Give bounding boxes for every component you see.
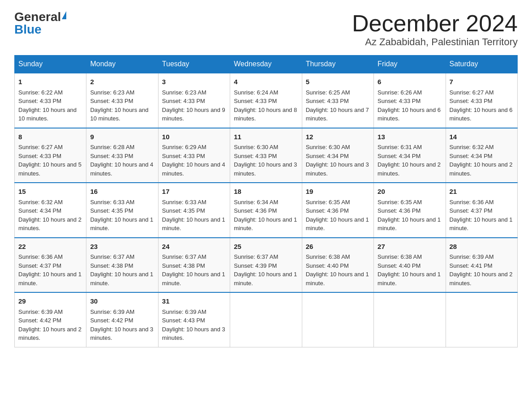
sunset-text: Sunset: 4:36 PM [234,207,277,214]
table-row: 23Sunrise: 6:37 AMSunset: 4:38 PMDayligh… [86,238,158,293]
sunrise-text: Sunrise: 6:27 AM [450,89,494,96]
logo-general: General [14,11,61,23]
day-number: 8 [18,132,82,142]
sunrise-text: Sunrise: 6:36 AM [450,199,494,206]
day-number: 25 [234,242,298,252]
sunset-text: Sunset: 4:40 PM [306,262,349,269]
table-row: 27Sunrise: 6:38 AMSunset: 4:40 PMDayligh… [374,238,446,293]
day-number: 27 [378,242,442,252]
sunset-text: Sunset: 4:33 PM [90,153,133,159]
sunset-text: Sunset: 4:38 PM [90,262,133,269]
sunset-text: Sunset: 4:33 PM [450,98,493,104]
daylight-text: Daylight: 10 hours and 3 minutes. [306,161,369,177]
calendar-week-3: 15Sunrise: 6:32 AMSunset: 4:34 PMDayligh… [15,183,518,238]
daylight-text: Daylight: 10 hours and 1 minute. [18,271,82,287]
sunrise-text: Sunrise: 6:31 AM [378,144,422,150]
sunset-text: Sunset: 4:42 PM [18,317,61,324]
table-row: 7Sunrise: 6:27 AMSunset: 4:33 PMDaylight… [446,73,517,128]
sunrise-text: Sunrise: 6:23 AM [90,89,134,96]
sunrise-text: Sunrise: 6:25 AM [306,89,350,96]
daylight-text: Daylight: 10 hours and 10 minutes. [18,107,77,122]
daylight-text: Daylight: 10 hours and 9 minutes. [162,107,225,122]
sunset-text: Sunset: 4:42 PM [90,317,133,324]
sunset-text: Sunset: 4:33 PM [18,98,61,104]
calendar-header-row: Sunday Monday Tuesday Wednesday Thursday… [15,56,518,73]
col-friday: Friday [374,56,446,73]
table-row [230,292,302,347]
calendar-week-4: 22Sunrise: 6:36 AMSunset: 4:37 PMDayligh… [15,238,518,293]
sunset-text: Sunset: 4:33 PM [162,98,205,104]
day-number: 5 [306,77,370,87]
table-row: 31Sunrise: 6:39 AMSunset: 4:43 PMDayligh… [158,292,230,347]
table-row: 1Sunrise: 6:22 AMSunset: 4:33 PMDaylight… [15,73,86,128]
daylight-text: Daylight: 10 hours and 1 minute. [378,216,441,232]
table-row: 3Sunrise: 6:23 AMSunset: 4:33 PMDaylight… [158,73,230,128]
sunset-text: Sunset: 4:43 PM [162,317,205,324]
day-number: 18 [234,187,298,197]
sunrise-text: Sunrise: 6:29 AM [162,144,206,150]
sunrise-text: Sunrise: 6:33 AM [162,199,206,206]
month-year-title: December 2024 [352,11,518,36]
logo: General Blue [14,11,66,36]
sunset-text: Sunset: 4:33 PM [378,98,420,104]
daylight-text: Daylight: 10 hours and 2 minutes. [18,216,82,232]
sunrise-text: Sunrise: 6:39 AM [90,308,134,315]
table-row: 18Sunrise: 6:34 AMSunset: 4:36 PMDayligh… [230,183,302,238]
daylight-text: Daylight: 10 hours and 1 minute. [306,216,369,232]
daylight-text: Daylight: 10 hours and 1 minute. [162,271,225,287]
sunrise-text: Sunrise: 6:22 AM [18,89,63,96]
table-row: 4Sunrise: 6:24 AMSunset: 4:33 PMDaylight… [230,73,302,128]
day-number: 15 [18,187,82,197]
daylight-text: Daylight: 10 hours and 5 minutes. [18,161,82,177]
daylight-text: Daylight: 10 hours and 10 minutes. [90,107,148,122]
table-row: 6Sunrise: 6:26 AMSunset: 4:33 PMDaylight… [374,73,446,128]
day-number: 6 [378,77,442,87]
sunrise-text: Sunrise: 6:36 AM [18,253,63,260]
sunrise-text: Sunrise: 6:37 AM [90,253,134,260]
daylight-text: Daylight: 10 hours and 4 minutes. [162,161,225,177]
daylight-text: Daylight: 10 hours and 1 minute. [306,271,369,287]
sunset-text: Sunset: 4:34 PM [18,207,61,214]
day-number: 19 [306,187,370,197]
col-saturday: Saturday [446,56,517,73]
sunrise-text: Sunrise: 6:35 AM [378,199,422,206]
day-number: 17 [162,187,226,197]
sunrise-text: Sunrise: 6:24 AM [234,89,278,96]
sunrise-text: Sunrise: 6:32 AM [450,144,494,150]
sunset-text: Sunset: 4:41 PM [450,262,493,269]
table-row: 8Sunrise: 6:27 AMSunset: 4:33 PMDaylight… [15,128,86,183]
day-number: 10 [162,132,226,142]
sunset-text: Sunset: 4:35 PM [162,207,205,214]
location-title: Az Zababidah, Palestinian Territory [352,36,518,48]
sunset-text: Sunset: 4:33 PM [162,153,205,159]
col-tuesday: Tuesday [158,56,230,73]
sunrise-text: Sunrise: 6:30 AM [306,144,350,150]
sunset-text: Sunset: 4:33 PM [234,98,277,104]
sunrise-text: Sunrise: 6:34 AM [234,199,278,206]
day-number: 16 [90,187,154,197]
table-row [446,292,517,347]
table-row: 21Sunrise: 6:36 AMSunset: 4:37 PMDayligh… [446,183,517,238]
daylight-text: Daylight: 10 hours and 8 minutes. [234,107,297,122]
sunset-text: Sunset: 4:33 PM [306,98,349,104]
day-number: 12 [306,132,370,142]
daylight-text: Daylight: 10 hours and 3 minutes. [162,326,225,342]
calendar-table: Sunday Monday Tuesday Wednesday Thursday… [14,55,518,347]
day-number: 13 [378,132,442,142]
sunrise-text: Sunrise: 6:37 AM [162,253,206,260]
sunrise-text: Sunrise: 6:32 AM [18,199,63,206]
day-number: 9 [90,132,154,142]
daylight-text: Daylight: 10 hours and 3 minutes. [90,326,153,342]
col-thursday: Thursday [302,56,373,73]
table-row [374,292,446,347]
table-row: 17Sunrise: 6:33 AMSunset: 4:35 PMDayligh… [158,183,230,238]
day-number: 14 [450,132,514,142]
calendar-week-1: 1Sunrise: 6:22 AMSunset: 4:33 PMDaylight… [15,73,518,128]
sunrise-text: Sunrise: 6:37 AM [234,253,278,260]
daylight-text: Daylight: 10 hours and 1 minute. [234,216,297,232]
table-row: 25Sunrise: 6:37 AMSunset: 4:39 PMDayligh… [230,238,302,293]
table-row: 12Sunrise: 6:30 AMSunset: 4:34 PMDayligh… [302,128,373,183]
logo-blue: Blue [14,23,42,36]
daylight-text: Daylight: 10 hours and 1 minute. [234,271,297,287]
day-number: 31 [162,296,226,307]
